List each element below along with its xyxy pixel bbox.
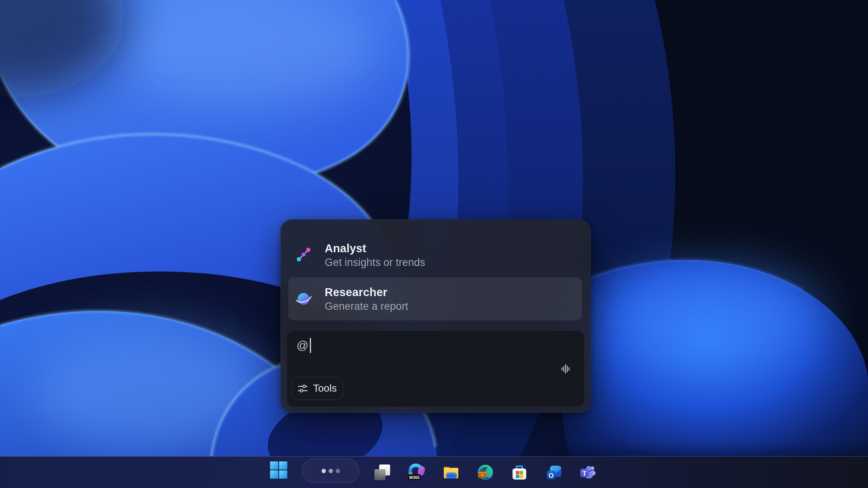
- m365-copilot-icon: M365: [408, 463, 426, 481]
- start-button[interactable]: [269, 461, 288, 479]
- teams-letter: T: [582, 470, 586, 477]
- prompt-input[interactable]: @: [297, 338, 311, 353]
- desktop: Analyst Get insights or trends Researche…: [0, 0, 868, 488]
- task-view-icon: [373, 463, 391, 481]
- microsoft-store-button[interactable]: [510, 463, 528, 481]
- voice-input-button[interactable]: [559, 360, 572, 378]
- outlook-icon: O: [545, 463, 563, 481]
- agent-subtitle: Get insights or trends: [325, 257, 425, 268]
- copilot-search-pill[interactable]: [302, 459, 359, 483]
- taskbar: M365: [0, 456, 868, 488]
- ellipsis-dot: [322, 469, 326, 473]
- teams-icon: T: [579, 463, 597, 481]
- copilot-agent-panel: Analyst Get insights or trends Researche…: [280, 219, 591, 413]
- m365-copilot-button[interactable]: M365: [408, 463, 426, 481]
- agent-title: Researcher: [325, 286, 408, 298]
- composer-box[interactable]: @ Tools: [287, 331, 584, 407]
- tools-button[interactable]: Tools: [291, 377, 343, 400]
- m365-badge: M365: [409, 475, 420, 480]
- agent-item-analyst[interactable]: Analyst Get insights or trends: [288, 233, 582, 277]
- sliders-icon: [298, 384, 308, 393]
- outlook-letter: O: [549, 472, 554, 479]
- edge-work-button[interactable]: [476, 463, 494, 481]
- windows-start-icon: [269, 461, 288, 479]
- agent-title: Analyst: [325, 242, 425, 254]
- tools-button-label: Tools: [313, 382, 337, 394]
- prompt-input-value: @: [297, 339, 308, 352]
- voice-waveform-icon: [561, 360, 570, 378]
- researcher-planet-icon: [295, 290, 312, 307]
- analyst-trendline-icon: [295, 246, 312, 264]
- agent-item-researcher[interactable]: Researcher Generate a report: [288, 277, 582, 320]
- ellipsis-dot: [329, 469, 333, 473]
- text-caret: [310, 338, 311, 353]
- outlook-button[interactable]: O: [545, 463, 563, 481]
- microsoft-store-icon: [510, 463, 528, 481]
- edge-briefcase-icon: [476, 463, 494, 481]
- file-explorer-icon: [442, 463, 460, 481]
- teams-button[interactable]: T: [579, 463, 597, 481]
- file-explorer-button[interactable]: [442, 463, 460, 481]
- agent-subtitle: Generate a report: [325, 301, 408, 312]
- ellipsis-dot: [336, 469, 340, 473]
- task-view-button[interactable]: [373, 463, 391, 481]
